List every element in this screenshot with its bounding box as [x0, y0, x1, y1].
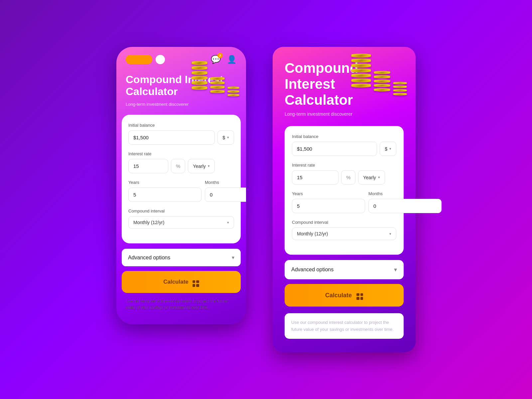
desktop-interest-rate-section: Interest rate % Yearly ▾	[292, 163, 396, 185]
desktop-card: Compound Interest Calculator Long-term i…	[273, 47, 416, 352]
mobile-hero: Compound Interest Calculator Long-term i…	[116, 64, 246, 107]
desktop-subtitle: Long-term investment discoverer	[285, 111, 404, 117]
currency-select[interactable]: $ ▾	[217, 130, 234, 145]
desktop-months-section: Months	[368, 191, 442, 213]
desktop-hero: Compound Interest Calculator Long-term i…	[285, 60, 404, 117]
desktop-percent-symbol: %	[346, 175, 350, 180]
mobile-card: 💬 2 👤 Compound Interest Calculator Long-…	[116, 47, 246, 324]
interest-period-select[interactable]: Yearly ▾	[188, 159, 214, 173]
desktop-interest-rate-label: Interest rate	[292, 163, 396, 168]
status-pill-white	[156, 55, 165, 64]
desktop-advanced-options[interactable]: Advanced options ▾	[285, 260, 404, 279]
currency-chevron: ▾	[227, 135, 229, 140]
coin-stack-mobile	[192, 61, 239, 90]
mobile-calculate-button[interactable]: Calculate	[122, 271, 241, 293]
mobile-calculate-label: Calculate	[163, 279, 189, 285]
months-section: Months	[205, 180, 246, 202]
desktop-currency-value: $	[385, 146, 387, 152]
desktop-initial-balance-input[interactable]	[292, 142, 377, 156]
interest-rate-row: % Yearly ▾	[128, 159, 234, 173]
mobile-advanced-options-label: Advanced options	[128, 255, 170, 261]
desktop-period-chevron: ▾	[378, 175, 380, 180]
desktop-calc-grid-icon	[356, 291, 363, 300]
desktop-compound-interval-value: Monthly (12/yr)	[297, 231, 328, 236]
mobile-advanced-options[interactable]: Advanced options ▾	[122, 249, 241, 266]
desktop-currency-select[interactable]: $ ▾	[380, 142, 396, 156]
compound-interval-chevron: ▾	[227, 220, 229, 225]
desktop-calculate-label: Calculate	[325, 292, 352, 299]
desktop-compound-interval-chevron: ▾	[389, 232, 391, 236]
desktop-initial-balance-section: Initial balance $ ▾	[292, 134, 396, 156]
status-pill-orange	[126, 55, 152, 64]
desktop-months-input[interactable]	[368, 199, 442, 213]
coin-stack-desktop	[351, 54, 407, 87]
chat-badge: 2	[217, 53, 223, 58]
interest-rate-input[interactable]	[128, 159, 168, 173]
interest-rate-label: Interest rate	[128, 151, 234, 156]
interest-unit-display: %	[171, 159, 185, 173]
desktop-years-months-row: Years Months	[292, 191, 396, 220]
period-chevron: ▾	[208, 164, 210, 168]
desktop-initial-balance-row: $ ▾	[292, 142, 396, 156]
years-months-row: Years Months	[128, 180, 234, 208]
interest-period-value: Yearly	[193, 164, 205, 169]
initial-balance-section: Initial balance $ ▾	[128, 123, 234, 145]
desktop-form-card: Initial balance $ ▾ Interest rate %	[285, 126, 404, 255]
desktop-years-label: Years	[292, 191, 365, 196]
desktop-years-section: Years	[292, 191, 365, 213]
mobile-subtitle: Long-term investment discoverer	[126, 102, 237, 107]
mobile-calc-grid-icon	[193, 277, 199, 287]
desktop-footer-text: Use our compound interest calculator to …	[285, 313, 404, 339]
mobile-form-card: Initial balance $ ▾ Interest rate %	[122, 115, 241, 243]
desktop-interest-unit-display: %	[341, 170, 355, 185]
desktop-advanced-options-label: Advanced options	[291, 267, 333, 273]
compound-interval-section: Compound interval Monthly (12/yr) ▾	[128, 208, 234, 229]
months-label: Months	[205, 180, 246, 185]
initial-balance-row: $ ▾	[128, 130, 234, 145]
desktop-interest-rate-row: % Yearly ▾	[292, 170, 396, 185]
years-label: Years	[128, 180, 201, 185]
interest-rate-section: Interest rate % Yearly ▾	[128, 151, 234, 173]
desktop-initial-balance-label: Initial balance	[292, 134, 396, 139]
desktop-interest-period-value: Yearly	[363, 175, 376, 180]
desktop-currency-chevron: ▾	[389, 147, 391, 151]
currency-value: $	[222, 135, 225, 140]
compound-interval-select[interactable]: Monthly (12/yr) ▾	[128, 216, 234, 229]
status-left	[126, 55, 165, 64]
mobile-footer-text: Use our compound interest calculator to …	[116, 293, 246, 311]
desktop-calculate-button[interactable]: Calculate	[285, 284, 404, 307]
desktop-compound-interval-section: Compound interval Monthly (12/yr) ▾	[292, 220, 396, 240]
months-input[interactable]	[205, 188, 246, 202]
percent-symbol: %	[176, 163, 180, 169]
desktop-interest-rate-input[interactable]	[292, 170, 338, 185]
initial-balance-label: Initial balance	[128, 123, 234, 128]
page-wrapper: 💬 2 👤 Compound Interest Calculator Long-…	[103, 34, 429, 366]
years-input[interactable]	[128, 188, 201, 202]
compound-interval-label: Compound interval	[128, 208, 234, 213]
desktop-compound-interval-label: Compound interval	[292, 220, 396, 225]
mobile-advanced-chevron: ▾	[232, 254, 234, 261]
compound-interval-value: Monthly (12/yr)	[133, 220, 164, 225]
desktop-compound-interval-select[interactable]: Monthly (12/yr) ▾	[292, 227, 396, 240]
desktop-months-label: Months	[368, 191, 442, 196]
years-section: Years	[128, 180, 201, 202]
desktop-interest-period-select[interactable]: Yearly ▾	[358, 170, 385, 185]
desktop-advanced-chevron: ▾	[394, 266, 397, 273]
initial-balance-input[interactable]	[128, 130, 215, 145]
desktop-years-input[interactable]	[292, 199, 365, 213]
